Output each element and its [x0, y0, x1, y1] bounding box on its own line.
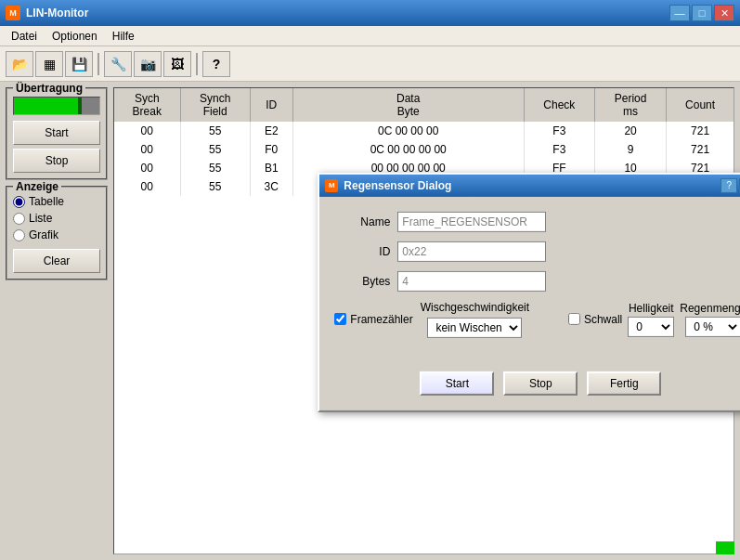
dialog-help-button[interactable]: ?	[721, 177, 737, 192]
id-label: ID	[334, 244, 390, 257]
helligkeit-label: Helligkeit	[629, 301, 674, 314]
name-input[interactable]	[397, 211, 546, 231]
dialog-overlay: M Regensensor Dialog ? ✕ Name ID Bytes	[0, 0, 740, 560]
dialog-title-bar: M Regensensor Dialog ? ✕	[319, 174, 740, 196]
dialog-icon: M	[325, 178, 338, 191]
schwall-label: Schwall	[584, 312, 622, 325]
dialog-fertig-button[interactable]: Fertig	[587, 371, 661, 395]
bytes-input[interactable]	[397, 270, 546, 291]
right-options: Schwall Helligkeit 0123 Regenmenge 0 %10…	[568, 301, 740, 336]
regenmenge-group: Regenmenge 0 %10 %20 %30 %	[680, 301, 740, 336]
regenmenge-label: Regenmenge	[680, 301, 740, 314]
dialog-stop-button[interactable]: Stop	[503, 371, 578, 395]
wisch-label: Wischgeschwindigkeit	[421, 300, 529, 313]
helligkeit-dropdown[interactable]: 0123	[628, 316, 674, 336]
regenmenge-dropdown[interactable]: 0 %10 %20 %30 %	[685, 316, 740, 336]
name-label: Name	[334, 215, 390, 228]
wisch-dropdown[interactable]: kein Wischen Langsam Mittel Schnell	[427, 317, 522, 337]
name-row: Name	[334, 211, 740, 231]
id-row: ID	[334, 241, 740, 261]
options-row: Framezähler Wischgeschwindigkeit kein Wi…	[334, 300, 740, 337]
schwall-checkbox[interactable]	[568, 313, 580, 325]
wisch-group: Wischgeschwindigkeit kein Wischen Langsa…	[421, 300, 529, 337]
dialog-content: Name ID Bytes Framezähler Wischgesc	[319, 196, 740, 361]
regensensor-dialog: M Regensensor Dialog ? ✕ Name ID Bytes	[318, 172, 740, 411]
helligkeit-group: Helligkeit 0123	[628, 301, 674, 336]
bytes-label: Bytes	[334, 274, 390, 287]
schwall-checkbox-item: Schwall	[568, 312, 622, 325]
framezahler-label: Framezähler	[350, 312, 412, 325]
dialog-title: Regensensor Dialog	[344, 178, 721, 191]
dialog-footer: Start Stop Fertig	[319, 361, 740, 410]
dialog-title-controls: ? ✕	[721, 177, 740, 192]
id-input[interactable]	[397, 241, 546, 261]
framezahler-checkbox-item: Framezähler	[334, 312, 412, 325]
dialog-start-button[interactable]: Start	[420, 371, 494, 395]
framezahler-checkbox[interactable]	[334, 313, 346, 325]
bytes-row: Bytes	[334, 270, 740, 291]
